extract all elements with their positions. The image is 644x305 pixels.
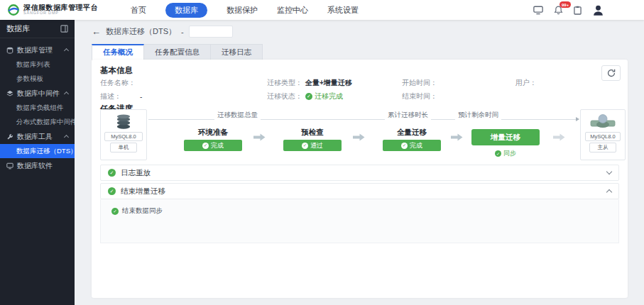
check-circle-icon: ✓ [305,93,312,100]
sidebar-item-distributed-middleware[interactable]: 分布式数据库中间件 [0,115,75,129]
field-migration-type: 迁移类型： 全量+增量迁移 [267,78,352,88]
software-icon [6,162,13,170]
sidebar-group-db-tools[interactable]: 数据库工具 [0,129,75,144]
task-name-input[interactable] [189,26,233,38]
clipboard-icon[interactable] [574,6,582,15]
tab-task-overview[interactable]: 任务概况 [92,44,144,60]
field-start-time: 开始时间： [402,78,440,88]
metric-total-data: 迁移数据总量 [214,111,261,120]
middleware-icon [6,90,13,97]
source-database-node: MySQL8.0 单机 [100,109,147,160]
sidebar-item-db-list[interactable]: 数据库列表 [0,57,75,72]
tab-label: 迁移日志 [222,48,251,57]
check-icon: ✓ [401,143,408,149]
step-precheck: 预检查 [283,128,342,138]
tab-label: 任务概况 [103,48,133,57]
nav-data-protection[interactable]: 数据保护 [227,5,258,16]
metric-remaining-time: 预计剩余时间 [455,111,501,120]
notification-badge: 99+ [560,1,571,8]
nav-monitor-center[interactable]: 监控中心 [277,5,308,16]
sidebar-item-param-template[interactable]: 参数模板 [0,72,75,86]
caret-up-icon [64,135,69,140]
panel-title: 日志重放 [121,168,151,178]
sidebar-item-label: 数据库负载组件 [16,104,64,113]
check-circle-icon: ✓ [111,208,119,215]
check-circle-icon: ✓ [108,187,116,195]
wrench-icon [6,133,13,140]
arrow-right-icon [353,133,365,141]
refresh-icon [607,69,616,77]
sidebar-group-label: 数据库软件 [17,161,53,171]
sidebar-group-db-software[interactable]: 数据库软件 [0,158,75,173]
caret-up-icon [64,92,69,96]
target-mode-label: 主从 [589,143,616,152]
source-engine-label: MySQL8.0 [104,132,143,141]
panel-log-replay[interactable]: ✓ 日志重放 [100,165,619,181]
check-circle-icon: ✓ [108,169,116,177]
field-task-name: 任务名称： [100,78,138,88]
app-subtitle: SANGFOR DMP [23,11,98,16]
field-end-time: 结束时间： [402,92,440,101]
target-database-node: MySQL8.0 主从 [580,109,626,160]
step-precheck-status: ✓ 通过 [283,140,342,151]
sidebar-title: 数据库 [6,23,30,34]
sidebar-item-label: 数据库列表 [16,60,50,70]
sidebar-item-dts-migration[interactable]: 数据库迁移（DTS） [0,144,75,158]
nav-database[interactable]: 数据库 [165,3,207,18]
step-env-prepare: 环境准备 [184,128,242,138]
target-database-icon [590,113,616,130]
sidebar: 数据库 数据库管理 数据库列表 参数模板 数据库中间件 数据库负载组件 分布 [0,20,75,305]
source-mode-label: 单机 [110,143,137,152]
metric-elapsed-time: 累计迁移时长 [385,111,431,120]
chevron-down-icon[interactable] [606,169,612,174]
sidebar-collapse-icon[interactable] [60,25,68,33]
field-user: 用户： [515,78,540,88]
panel-end-incremental-body: ✓ 结束数据同步 [100,199,619,243]
chevron-up-icon[interactable] [606,189,612,195]
arrow-right-icon [451,133,463,141]
caret-up-icon [64,48,69,53]
database-icon [6,47,13,54]
monitor-icon[interactable] [533,6,543,15]
breadcrumb-separator: - [181,28,184,36]
app-logo: 深信服数据库管理平台 SANGFOR DMP [7,4,98,16]
basic-info-title: 基本信息 [100,65,133,76]
sidebar-item-label: 分布式数据库中间件 [16,118,77,127]
panel-end-incremental[interactable]: ✓ 结束增量迁移 [100,183,619,199]
flow-connector-line [148,119,579,120]
field-migration-status: 迁移状态： ✓ 迁移完成 [267,92,343,101]
sidebar-item-db-load-component[interactable]: 数据库负载组件 [0,101,75,115]
check-icon: ✓ [495,150,501,157]
step-incremental-status: ✓ 同步 [471,149,540,158]
sidebar-group-db-middleware[interactable]: 数据库中间件 [0,86,75,101]
panel-item-label: 结束数据同步 [122,206,163,216]
step-full-migration: 全量迁移 [383,128,441,138]
logo-icon [7,4,20,16]
nav-home[interactable]: 首页 [131,5,146,16]
sidebar-item-label: 参数模板 [16,74,43,84]
task-overview-card: 基本信息 任务名称： 迁移类型： 全量+增量迁移 开始时间： 用户： 描述： -… [92,60,628,298]
tab-task-config[interactable]: 任务配置信息 [144,44,211,60]
status-badge: 迁移完成 [315,92,343,101]
breadcrumb: ← 数据库迁移（DTS） - [92,26,233,38]
step-env-prepare-status: ✓ 完成 [184,140,242,151]
sidebar-item-label: 数据库迁移（DTS） [16,147,77,156]
bell-icon[interactable]: 99+ [554,5,563,15]
tab-label: 任务配置信息 [155,48,200,57]
arrow-right-icon [553,133,565,141]
main-content: ← 数据库迁移（DTS） - 任务概况 任务配置信息 迁移日志 基本信息 任务名… [75,20,644,305]
sidebar-group-label: 数据库管理 [17,45,53,55]
topbar: 深信服数据库管理平台 SANGFOR DMP 首页 数据库 数据保护 监控中心 … [0,0,644,20]
step-full-migration-status: ✓ 完成 [383,140,441,151]
user-avatar-icon[interactable] [592,4,604,16]
breadcrumb-title: 数据库迁移（DTS） [106,26,176,37]
field-description: 描述： - [100,92,142,101]
sidebar-group-db-management[interactable]: 数据库管理 [0,43,75,57]
refresh-button[interactable] [601,65,621,81]
back-arrow-icon[interactable]: ← [92,26,101,37]
end-data-sync-item: ✓ 结束数据同步 [111,206,163,216]
nav-system-settings[interactable]: 系统设置 [327,5,359,16]
tab-migration-log[interactable]: 迁移日志 [211,44,263,60]
step-incremental-migration-button[interactable]: 增量迁移 [471,129,540,145]
main-nav: 首页 数据库 数据保护 监控中心 系统设置 [131,3,359,18]
